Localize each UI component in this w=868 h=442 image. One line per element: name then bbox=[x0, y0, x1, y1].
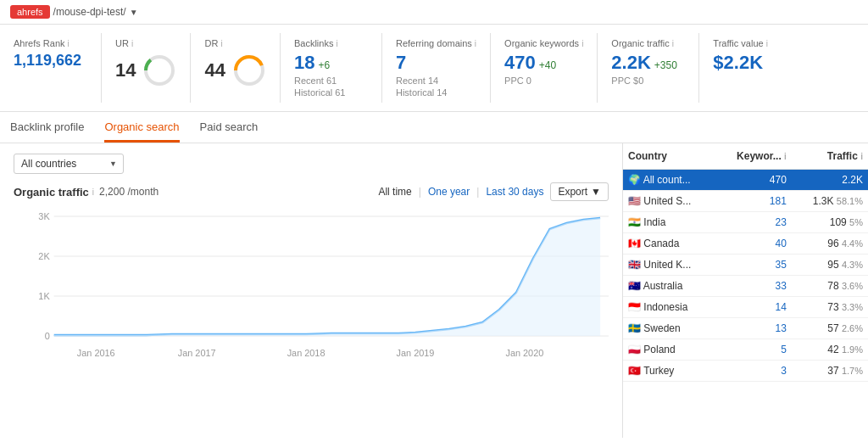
referring-domains-value: 7 bbox=[396, 52, 476, 74]
keywords-cell: 40 bbox=[715, 233, 792, 255]
table-row[interactable]: 🇹🇷 Turkey 3 37 1.7% bbox=[623, 361, 868, 382]
main-content: All countries Organic traffic i 2,200 /m… bbox=[0, 143, 868, 438]
ur-info-icon[interactable]: i bbox=[131, 39, 133, 48]
svg-text:1K: 1K bbox=[38, 291, 50, 301]
organic-traffic-label: Organic traffic bbox=[611, 38, 669, 48]
country-name-cell: 🇦🇺 Australia bbox=[623, 276, 715, 297]
traffic-cell: 2.2K bbox=[792, 170, 868, 191]
ahrefs-rank-info-icon[interactable]: i bbox=[68, 39, 70, 48]
backlinks-label: Backlinks bbox=[294, 38, 333, 48]
metric-ahrefs-rank: Ahrefs Rank i 1,119,662 bbox=[0, 33, 102, 103]
ur-label: UR bbox=[115, 38, 129, 48]
traffic-pct: 3.3% bbox=[842, 302, 863, 312]
table-row[interactable]: 🇨🇦 Canada 40 96 4.4% bbox=[623, 233, 868, 255]
dr-label: DR bbox=[204, 38, 218, 48]
organic-keywords-info-icon[interactable]: i bbox=[581, 39, 583, 48]
traffic-header: Organic traffic i 2,200 /month All time … bbox=[14, 182, 609, 201]
traffic-cell: 96 4.4% bbox=[792, 233, 868, 255]
country-name: Australia bbox=[643, 280, 683, 292]
metric-ur: UR i 14 bbox=[102, 33, 191, 103]
referring-domains-recent: Recent 14 bbox=[396, 76, 476, 86]
svg-marker-17 bbox=[54, 218, 600, 336]
country-name: Indonesia bbox=[643, 301, 687, 313]
keywords-cell: 13 bbox=[715, 318, 792, 339]
traffic-cell: 42 1.9% bbox=[792, 339, 868, 361]
metric-backlinks: Backlinks i 18 +6 Recent 61 Historical 6… bbox=[281, 33, 382, 103]
organic-keywords-value: 470 bbox=[504, 52, 536, 74]
metric-organic-keywords: Organic keywords i 470 +40 PPC 0 bbox=[491, 33, 598, 103]
country-name-cell: 🇵🇱 Poland bbox=[623, 339, 715, 361]
dr-gauge-chart bbox=[232, 53, 266, 87]
ur-gauge-chart bbox=[142, 53, 176, 87]
backlinks-delta: +6 bbox=[318, 59, 330, 71]
time-filter-one-year[interactable]: One year bbox=[428, 186, 470, 198]
tab-organic-search[interactable]: Organic search bbox=[104, 112, 179, 143]
table-row[interactable]: 🇦🇺 Australia 33 78 3.6% bbox=[623, 276, 868, 297]
traffic-value-info-icon[interactable]: i bbox=[766, 39, 768, 48]
table-row[interactable]: 🇮🇳 India 23 109 5% bbox=[623, 212, 868, 233]
export-dropdown-icon: ▼ bbox=[591, 186, 601, 198]
country-flag: 🇮🇩 bbox=[628, 301, 641, 313]
backlinks-info-icon[interactable]: i bbox=[336, 39, 337, 48]
referring-domains-info-icon[interactable]: i bbox=[475, 39, 476, 48]
country-name-cell: 🇺🇸 United S... bbox=[623, 191, 715, 212]
chart-area: 3K 2K 1K 0 Jan 2016 Jan 2017 Jan 2018 Ja… bbox=[20, 208, 609, 378]
keywords-cell: 33 bbox=[715, 276, 792, 297]
url-dropdown-arrow[interactable]: ▼ bbox=[130, 8, 138, 17]
organic-traffic-info-icon[interactable]: i bbox=[672, 39, 674, 48]
keywords-cell: 14 bbox=[715, 297, 792, 318]
country-flag: 🇵🇱 bbox=[628, 344, 641, 355]
traffic-cell: 1.3K 58.1% bbox=[792, 191, 868, 212]
traffic-title-info-icon[interactable]: i bbox=[92, 187, 94, 197]
traffic-pct: 58.1% bbox=[837, 196, 863, 206]
url-text: /mouse-dpi-test/ bbox=[53, 6, 126, 18]
col-traffic: Traffic i bbox=[792, 143, 868, 170]
organic-keywords-delta: +40 bbox=[539, 59, 556, 71]
table-row[interactable]: 🇬🇧 United K... 35 95 4.3% bbox=[623, 255, 868, 276]
table-row[interactable]: 🌍 All count... 470 2.2K bbox=[623, 170, 868, 191]
left-panel: All countries Organic traffic i 2,200 /m… bbox=[0, 143, 622, 438]
dr-info-icon[interactable]: i bbox=[220, 39, 222, 48]
country-name: India bbox=[643, 216, 665, 228]
export-button[interactable]: Export ▼ bbox=[550, 182, 609, 201]
referring-domains-label: Referring domains bbox=[396, 38, 472, 48]
ur-value: 14 bbox=[115, 59, 136, 81]
organic-traffic-value: 2.2K bbox=[611, 52, 650, 74]
country-flag: 🇬🇧 bbox=[628, 259, 641, 271]
country-name: All count... bbox=[643, 174, 691, 186]
country-name-cell: 🌍 All count... bbox=[623, 170, 715, 191]
time-filter-last-30-days[interactable]: Last 30 days bbox=[486, 186, 543, 198]
country-flag: 🇮🇳 bbox=[628, 216, 641, 228]
country-name: Turkey bbox=[643, 365, 674, 377]
traffic-title: Organic traffic bbox=[14, 186, 89, 199]
metrics-row: Ahrefs Rank i 1,119,662 UR i 14 DR i 44 bbox=[0, 25, 868, 112]
traffic-pct: 5% bbox=[849, 217, 863, 227]
country-name-cell: 🇸🇪 Sweden bbox=[623, 318, 715, 339]
tabs-row: Backlink profile Organic search Paid sea… bbox=[0, 112, 868, 143]
tab-paid-search[interactable]: Paid search bbox=[200, 112, 259, 143]
top-bar: ahrefs /mouse-dpi-test/ ▼ bbox=[0, 0, 868, 25]
country-name: United S... bbox=[643, 195, 691, 207]
traffic-cell: 78 3.6% bbox=[792, 276, 868, 297]
traffic-cell: 95 4.3% bbox=[792, 255, 868, 276]
table-row[interactable]: 🇵🇱 Poland 5 42 1.9% bbox=[623, 339, 868, 361]
svg-text:3K: 3K bbox=[38, 211, 50, 221]
keywords-cell: 5 bbox=[715, 339, 792, 361]
country-name: United K... bbox=[643, 259, 691, 271]
ahrefs-rank-label: Ahrefs Rank bbox=[14, 38, 65, 48]
country-name-cell: 🇮🇩 Indonesia bbox=[623, 297, 715, 318]
backlinks-recent: Recent 61 bbox=[294, 76, 368, 86]
table-row[interactable]: 🇸🇪 Sweden 13 57 2.6% bbox=[623, 318, 868, 339]
tab-backlink-profile[interactable]: Backlink profile bbox=[10, 112, 84, 143]
svg-text:0: 0 bbox=[45, 331, 50, 341]
traffic-cell: 73 3.3% bbox=[792, 297, 868, 318]
svg-text:2K: 2K bbox=[38, 251, 50, 261]
traffic-monthly-value: 2,200 /month bbox=[99, 186, 159, 198]
country-select[interactable]: All countries bbox=[14, 154, 124, 174]
time-filter-all-time[interactable]: All time bbox=[378, 186, 411, 198]
table-row[interactable]: 🇺🇸 United S... 181 1.3K 58.1% bbox=[623, 191, 868, 212]
time-filters: All time | One year | Last 30 days Expor… bbox=[378, 182, 609, 201]
traffic-pct: 1.7% bbox=[842, 366, 863, 376]
traffic-cell: 109 5% bbox=[792, 212, 868, 233]
table-row[interactable]: 🇮🇩 Indonesia 14 73 3.3% bbox=[623, 297, 868, 318]
